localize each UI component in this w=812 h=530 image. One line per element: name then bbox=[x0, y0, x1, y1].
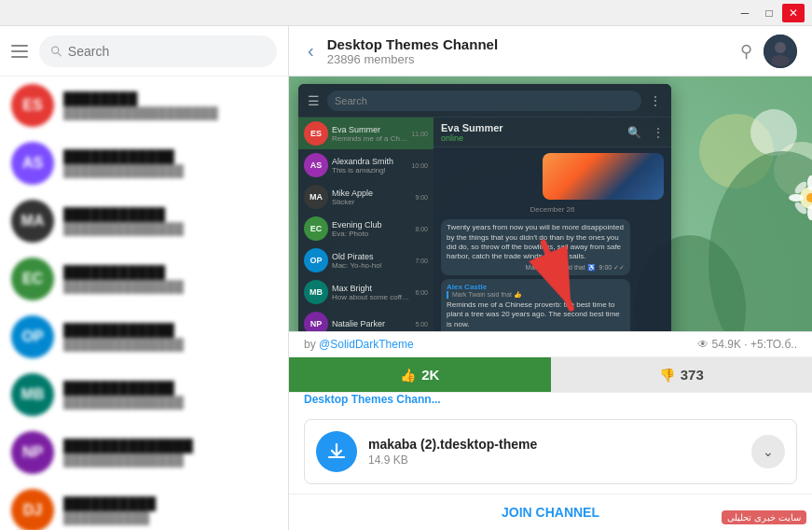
svg-line-1 bbox=[58, 52, 61, 55]
download-icon[interactable] bbox=[316, 431, 357, 472]
inner-chat-info: Alexandra Smith This is amazing! bbox=[332, 157, 407, 174]
inner-chat-preview: This is amazing! bbox=[332, 166, 407, 174]
inner-chat-info: Evening Club Eva: Photo bbox=[332, 220, 411, 238]
inner-chat-time: 8:00 bbox=[415, 226, 428, 232]
search-box[interactable] bbox=[39, 35, 277, 67]
chat-info: ████████████ ██████████████ bbox=[63, 323, 268, 352]
inner-chat-info: Mike Apple Sticker bbox=[332, 188, 411, 206]
inner-avatar: EC bbox=[304, 216, 328, 241]
inner-chat-item[interactable]: OP Old Pirates Mac: Yo-ho-ho! 7:00 bbox=[298, 244, 434, 276]
inner-chat-time: 10:00 bbox=[411, 162, 428, 169]
chat-item[interactable]: ES ████████ ██████████████████ bbox=[0, 77, 288, 134]
dislike-button[interactable]: 👎 373 bbox=[551, 357, 813, 392]
file-name: makaba (2).tdesktop-theme bbox=[368, 437, 740, 452]
chat-name: ██████████ bbox=[63, 496, 268, 511]
inner-avatar: MB bbox=[304, 280, 328, 304]
inner-search: Search bbox=[327, 91, 641, 111]
inner-chat-preview: Sticker bbox=[332, 198, 411, 206]
chat-item[interactable]: OP ████████████ ██████████████ bbox=[0, 308, 288, 366]
menu-icon[interactable] bbox=[11, 42, 30, 61]
chat-item[interactable]: MB ████████████ ██████████████ bbox=[0, 366, 288, 424]
chat-preview: ██████████████████ bbox=[63, 106, 268, 120]
like-button[interactable]: 👍 2K bbox=[289, 357, 551, 392]
inner-chat-screenshot: ☰ Search ⋮ ES Eva Summer Reminds me of a… bbox=[298, 84, 671, 373]
channel-members: 23896 members bbox=[327, 52, 731, 66]
author-prefix: by bbox=[304, 338, 319, 351]
reaction-bar: 👍 2K 👎 373 bbox=[289, 356, 812, 393]
chat-preview: ██████████████ bbox=[63, 164, 268, 178]
avatar: MB bbox=[11, 373, 54, 416]
download-channel-name: Desktop Themes Chann... bbox=[304, 393, 441, 406]
inner-chat-item[interactable]: AS Alexandra Smith This is amazing! 10:0… bbox=[298, 149, 434, 181]
post-author: @SolidDarkTheme bbox=[319, 338, 414, 351]
inner-hamburger-icon: ☰ bbox=[308, 93, 320, 108]
inner-chat-name-label: Eva Summer bbox=[332, 125, 407, 134]
chat-name: ██████████████ bbox=[63, 439, 268, 453]
chat-name: ████████████ bbox=[63, 149, 268, 164]
search-input[interactable] bbox=[68, 44, 266, 59]
inner-chat-item[interactable]: MA Mike Apple Sticker 9:00 bbox=[298, 181, 434, 213]
reply-text: Reminds me of a Chinese proverb: the bes… bbox=[447, 300, 625, 329]
inner-avatar: OP bbox=[304, 248, 328, 272]
chat-name: ████████████ bbox=[63, 323, 268, 338]
svg-point-3 bbox=[775, 42, 786, 53]
inner-search-icon[interactable]: 🔍 bbox=[627, 126, 641, 139]
chat-preview: ██████████████ bbox=[63, 453, 268, 467]
inner-header-icons: ⋮ bbox=[649, 93, 662, 108]
file-size: 14.9 KB bbox=[368, 453, 740, 467]
post-info-bar: by @SolidDarkTheme 👁 54.9K · +5:ТО.б.. bbox=[289, 332, 812, 356]
chat-item[interactable]: NP ██████████████ ██████████████ bbox=[0, 424, 288, 481]
inner-chat-preview: Mac: Yo-ho-ho! bbox=[332, 261, 411, 270]
message-text: Twenty years from now you will be more d… bbox=[447, 223, 625, 262]
inner-chat-item[interactable]: EC Evening Club Eva: Photo 8:00 bbox=[298, 213, 434, 244]
search-header-icon[interactable]: ⚲ bbox=[740, 41, 752, 62]
expand-button[interactable]: ⌄ bbox=[751, 435, 785, 468]
inner-search-text: Search bbox=[335, 95, 367, 106]
inner-chat-header-right: Eva Summer online 🔍 ⋮ bbox=[434, 118, 671, 147]
message-quote: Twenty years from now you will be more d… bbox=[441, 219, 630, 275]
user-avatar bbox=[764, 35, 797, 68]
inner-avatar: AS bbox=[304, 153, 328, 177]
minimize-button[interactable]: ─ bbox=[734, 4, 756, 22]
chat-list: ES ████████ ██████████████████ AS ██████… bbox=[0, 77, 288, 530]
watermark: سایت خبری تحلیلی bbox=[722, 510, 806, 524]
file-info: makaba (2).tdesktop-theme 14.9 KB bbox=[368, 437, 740, 467]
inner-chat-time: 5:00 bbox=[415, 321, 428, 328]
chat-info: ████████████ ██████████████ bbox=[63, 381, 268, 410]
inner-more-icon[interactable]: ⋮ bbox=[653, 126, 664, 139]
post-stats: 👁 54.9K · +5:ТО.б.. bbox=[697, 338, 797, 351]
inner-chat-item[interactable]: MB Max Bright How about some coffee? 6:0… bbox=[298, 276, 434, 308]
reply-name: Alex Castle bbox=[447, 283, 625, 291]
chat-name: ████████ bbox=[63, 91, 268, 106]
join-channel-button[interactable]: JOIN CHANNEL bbox=[502, 505, 599, 520]
inner-chat-item[interactable]: ES Eva Summer Reminds me of a Chinese pr… bbox=[298, 118, 434, 149]
chat-info: ████████████ ██████████████ bbox=[63, 149, 268, 178]
chat-name: ████████████ bbox=[63, 381, 268, 396]
download-card[interactable]: makaba (2).tdesktop-theme 14.9 KB ⌄ bbox=[304, 419, 797, 484]
chat-item[interactable]: AS ████████████ ██████████████ bbox=[0, 134, 288, 192]
chat-item[interactable]: EC ███████████ ██████████████ bbox=[0, 250, 288, 308]
inner-chat-time: 6:00 bbox=[415, 289, 428, 296]
close-button[interactable]: ✕ bbox=[782, 4, 805, 22]
chat-item[interactable]: MA ███████████ ██████████████ bbox=[0, 192, 288, 250]
avatar: NP bbox=[11, 431, 54, 474]
inner-chat-header: ☰ Search ⋮ bbox=[298, 84, 671, 118]
back-button[interactable]: ‹ bbox=[304, 36, 318, 65]
avatar: MA bbox=[11, 200, 54, 243]
chat-info: ███████████ ██████████████ bbox=[63, 265, 268, 294]
inner-chat-info: Eva Summer Reminds me of a Chinese prove… bbox=[332, 125, 407, 143]
inner-chat-name-label: Old Pirates bbox=[332, 252, 411, 261]
inner-chat-time: 7:00 bbox=[415, 258, 428, 264]
reply-preview: Mark Twain said that 👍 bbox=[447, 291, 625, 299]
chat-item[interactable]: DJ ██████████ ██████████ bbox=[0, 481, 288, 530]
inner-chat-name-label: Natalie Parker bbox=[332, 319, 411, 328]
inner-chat-preview: How about some coffee? bbox=[332, 293, 411, 301]
sidebar: ES ████████ ██████████████████ AS ██████… bbox=[0, 26, 289, 530]
inner-chat-preview: Reminds me of a Chinese proverb:... bbox=[332, 134, 407, 143]
inner-chat-status: online bbox=[441, 133, 503, 143]
chat-preview: ██████████████ bbox=[63, 396, 268, 410]
app-container: ES ████████ ██████████████████ AS ██████… bbox=[0, 26, 812, 530]
dislike-count: 373 bbox=[681, 367, 704, 383]
chat-preview: ██████████████ bbox=[63, 280, 268, 294]
maximize-button[interactable]: □ bbox=[758, 4, 780, 22]
